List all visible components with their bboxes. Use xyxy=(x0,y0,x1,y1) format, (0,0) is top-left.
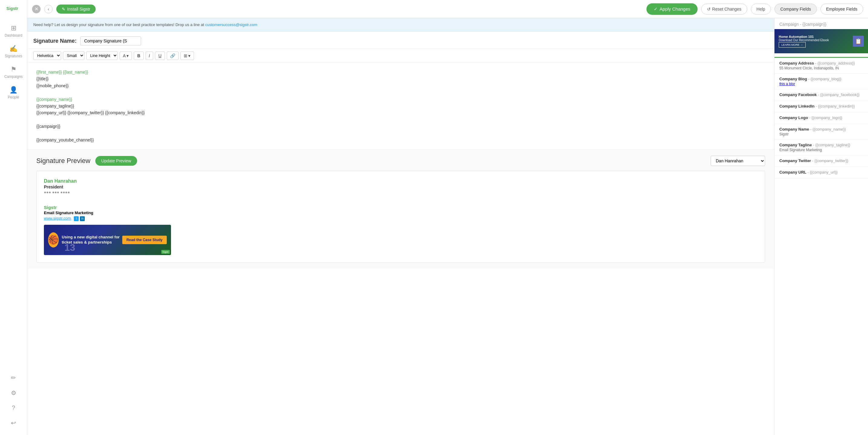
editor-area: Need help? Let us design your signature … xyxy=(27,18,774,435)
edit-icon[interactable]: ✏ xyxy=(8,372,19,384)
preview-card: Dan Hanrahan President ●●● ●●● ●●●● Sigs… xyxy=(36,171,765,262)
signature-preview-title: Signature Preview xyxy=(36,157,91,165)
sidebar-item-campaigns[interactable]: ⚑ Campaigns xyxy=(0,62,27,82)
field-item-0[interactable]: Company Address - {{company_address}} 55… xyxy=(774,58,868,74)
campaign-preview-image: Home Automation 101 Download Our Recomme… xyxy=(774,29,868,53)
help-banner: Need help? Let us design your signature … xyxy=(27,18,774,31)
sidebar: Sigstr ⊞ Dashboard ✍ Signatures ⚑ Campai… xyxy=(0,0,27,435)
field-item-3[interactable]: Company LinkedIn - {{company_linkedin}} xyxy=(774,101,868,112)
field-item-2[interactable]: Company Facebook - {{company_facebook}} xyxy=(774,89,868,101)
help-button[interactable]: Help xyxy=(751,4,771,14)
field-item-1[interactable]: Company Blog - {{company_blog}} this a b… xyxy=(774,74,868,89)
editor-line-4 xyxy=(36,89,765,96)
signatures-icon: ✍ xyxy=(9,45,18,53)
preview-company-name: Sigstr xyxy=(44,205,757,210)
field-item-5[interactable]: Company Name - {{company_name}} Sigstr xyxy=(774,124,868,140)
content-area: Need help? Let us design your signature … xyxy=(27,18,868,435)
campaign-placeholder: - {{campaign}} xyxy=(800,22,827,27)
editor-line-10 xyxy=(36,130,765,137)
twitter-social-icon: t xyxy=(74,216,79,221)
preview-person-select[interactable]: Dan Hanrahan xyxy=(711,156,765,166)
editor-line-6: {{company_tagline}} xyxy=(36,103,765,109)
update-preview-button[interactable]: Update Preview xyxy=(95,156,137,166)
italic-button[interactable]: I xyxy=(146,52,153,60)
topbar: ✕ ‹ ✎ Install Sigstr ✓ Apply Changes ↺ R… xyxy=(27,0,868,18)
linkedin-social-icon: in xyxy=(80,216,85,221)
editor-line-7: {{company_url}} {{company_twitter}} {{co… xyxy=(36,109,765,116)
field-title-4: Company Logo - {{company_logo}} xyxy=(779,115,863,120)
preview-person-title: President xyxy=(44,184,757,189)
close-button[interactable]: ✕ xyxy=(32,5,40,13)
app-logo: Sigstr xyxy=(4,3,24,14)
sidebar-item-label: Dashboard xyxy=(4,33,22,37)
field-list: Company Address - {{company_address}} 55… xyxy=(774,58,868,178)
field-value-1: this a blor xyxy=(779,82,863,86)
campaign-card: Campaign - {{campaign}} Home Automation … xyxy=(774,18,868,58)
preview-spacing xyxy=(44,198,757,202)
sidebar-item-label: Signatures xyxy=(5,54,22,58)
signature-preview-section: Signature Preview Update Preview Dan Han… xyxy=(27,150,774,268)
sidebar-item-people[interactable]: 👤 People xyxy=(0,82,27,103)
line-height-select[interactable]: Line Height xyxy=(86,51,118,60)
editor-toolbar: Helvetica Small Line Height A ▾ B I U 🔗 … xyxy=(27,49,774,63)
campaign-learn-more-button[interactable]: LEARN MORE → xyxy=(779,42,806,48)
field-item-4[interactable]: Company Logo - {{company_logo}} xyxy=(774,112,868,124)
campaign-title: Home Automation 101 xyxy=(779,35,829,38)
signature-name-label: Signature Name: xyxy=(33,38,76,44)
logout-icon[interactable]: ↩ xyxy=(8,417,19,429)
field-item-7[interactable]: Company Twitter - {{company_twitter}} xyxy=(774,155,868,167)
dashboard-icon: ⊞ xyxy=(11,24,17,32)
editor-line-11: {{company_youtube_channel}} xyxy=(36,137,765,143)
preview-person-phone: ●●● ●●● ●●●● xyxy=(44,190,757,195)
font-size-select[interactable]: Small xyxy=(63,51,85,60)
field-title-2: Company Facebook - {{company_facebook}} xyxy=(779,92,863,97)
field-item-6[interactable]: Company Tagline - {{company_tagline}} Em… xyxy=(774,140,868,155)
campaign-banner[interactable]: 🏀 Using a new digital channel for ticket… xyxy=(44,225,171,255)
sidebar-item-signatures[interactable]: ✍ Signatures xyxy=(0,41,27,62)
campaign-image-icon: 📋 xyxy=(853,36,864,47)
signature-name-bar: Signature Name: xyxy=(27,31,774,49)
preview-tagline: Email Signature Marketing xyxy=(44,210,757,215)
camp-img-content: Home Automation 101 Download Our Recomme… xyxy=(779,35,829,48)
campaign-subtitle: Download Our Recommended Ebook xyxy=(779,38,829,42)
editor-line-3: {{mobile_phone}} xyxy=(36,82,765,89)
banner-cta-button[interactable]: Read the Case Study xyxy=(122,236,167,244)
editor-body[interactable]: {{first_name}} {{last_name}} {{title}} {… xyxy=(27,63,774,150)
field-value-5: Sigstr xyxy=(779,132,863,136)
preview-person-name: Dan Hanrahan xyxy=(44,178,757,184)
help-icon[interactable]: ? xyxy=(9,402,18,414)
campaigns-icon: ⚑ xyxy=(10,65,17,73)
preview-url[interactable]: www.sigstr.com xyxy=(44,216,71,221)
install-button[interactable]: ✎ Install Sigstr xyxy=(56,4,96,13)
field-value-6: Email Signature Marketing xyxy=(779,148,863,152)
field-title-8: Company URL - {{company_url}} xyxy=(779,170,863,174)
font-color-button[interactable]: A ▾ xyxy=(120,52,132,60)
underline-button[interactable]: U xyxy=(155,52,165,60)
install-icon: ✎ xyxy=(62,7,65,11)
company-fields-button[interactable]: Company Fields xyxy=(774,4,816,14)
employee-fields-button[interactable]: Employee Fields xyxy=(820,4,864,14)
apply-changes-button[interactable]: ✓ Apply Changes xyxy=(647,3,698,15)
editor-line-2: {{title}} xyxy=(36,76,765,82)
support-email-link[interactable]: customersuccess@sigstr.com xyxy=(205,22,257,27)
sidebar-item-dashboard[interactable]: ⊞ Dashboard xyxy=(0,21,27,41)
apply-icon: ✓ xyxy=(654,6,658,12)
back-button[interactable]: ‹ xyxy=(44,5,53,13)
field-title-0: Company Address - {{company_address}} xyxy=(779,61,863,65)
font-family-select[interactable]: Helvetica xyxy=(33,51,61,60)
field-title-6: Company Tagline - {{company_tagline}} xyxy=(779,143,863,147)
basketball-icon: 🏀 xyxy=(48,232,59,248)
reset-changes-button[interactable]: ↺ Reset Changes xyxy=(701,4,747,14)
field-item-8[interactable]: Company URL - {{company_url}} xyxy=(774,167,868,178)
editor-line-5: {{company_name}} xyxy=(36,96,765,103)
settings-icon[interactable]: ⚙ xyxy=(8,387,19,399)
bold-button[interactable]: B xyxy=(134,52,144,60)
banner-number: 13 xyxy=(64,242,75,253)
signature-name-input[interactable] xyxy=(80,36,141,46)
sigstr-badge: Sigstr xyxy=(161,250,170,254)
link-button[interactable]: 🔗 xyxy=(167,52,179,60)
field-title-7: Company Twitter - {{company_twitter}} xyxy=(779,158,863,163)
table-button[interactable]: ⊞ ▾ xyxy=(180,52,194,60)
svg-text:Sigstr: Sigstr xyxy=(6,6,19,11)
signature-preview-header: Signature Preview Update Preview Dan Han… xyxy=(36,156,765,166)
